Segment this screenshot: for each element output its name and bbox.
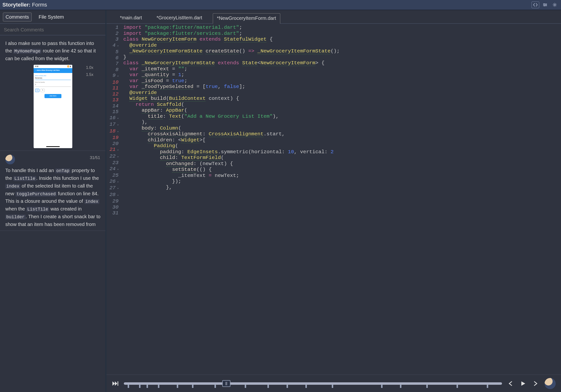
- svg-point-3: [554, 4, 555, 6]
- phone-time: 9:52: [35, 65, 38, 68]
- file-tabs: *main.dart *GroceryListItem.dart *NewGro…: [106, 10, 561, 24]
- svg-rect-4: [118, 381, 118, 386]
- back-icon: ‹: [35, 69, 35, 72]
- file-tab[interactable]: *NewGroceryItemForm.dart: [213, 13, 280, 24]
- inline-code: ListTile: [13, 176, 36, 181]
- comments-scroll[interactable]: I also make sure to pass this function i…: [0, 35, 105, 392]
- inline-code: builder: [5, 215, 26, 219]
- inline-code: ListTile: [26, 207, 49, 212]
- phone-field: 1: [35, 83, 71, 87]
- settings-button[interactable]: [551, 1, 559, 8]
- phone-header: Add a New Grocery List Item: [36, 69, 59, 72]
- app-title: Storyteller: Forms: [2, 2, 47, 8]
- left-tabs: Comments File System: [0, 10, 105, 24]
- phone-mockup: 9:52📶 ▮ ‹Add a New Grocery List Item Ent…: [34, 65, 72, 148]
- playback-bar: [106, 375, 561, 392]
- avatar: [5, 154, 15, 165]
- phone-home-bar: [46, 146, 60, 147]
- controls-button[interactable]: [541, 1, 549, 8]
- play-button[interactable]: [519, 380, 527, 388]
- phone-add-button: Add Item: [44, 94, 61, 98]
- prev-button[interactable]: [506, 380, 515, 388]
- inline-code: index: [84, 199, 99, 204]
- editor[interactable]: 1234 ▾56789 ▾10111213141516 ▾17 ▾18 ▾192…: [106, 24, 561, 375]
- timeline-track[interactable]: [124, 379, 502, 388]
- comment-block: I also make sure to pass this function i…: [0, 36, 105, 151]
- right-panel: *main.dart *GroceryListItem.dart *NewGro…: [106, 10, 561, 392]
- tab-comments[interactable]: Comments: [3, 12, 32, 21]
- zoom-1-5x[interactable]: 1.5x: [86, 72, 93, 78]
- code-view-button[interactable]: [531, 1, 539, 8]
- avatar[interactable]: [544, 378, 556, 390]
- left-panel: Comments File System I also make sure to…: [0, 10, 106, 392]
- app-title-name: Forms: [32, 2, 47, 8]
- inline-code: togglePurchased: [15, 192, 57, 196]
- comment-block: 31/51 To handle this I add an onTap prop…: [0, 151, 105, 231]
- comment-text: when the: [5, 206, 26, 212]
- app-title-prefix: Storyteller:: [2, 2, 31, 8]
- svg-point-1: [546, 4, 547, 5]
- title-bar: Storyteller: Forms: [0, 0, 561, 10]
- phone-toggle: ≡: [35, 89, 39, 92]
- phone-status-icons: 📶 ▮: [67, 65, 71, 68]
- screenshot-wrap: 1.0x 1.5x 9:52📶 ▮ ‹Add a New Grocery Lis…: [5, 65, 101, 148]
- comment-text: . Inside this function I use the: [36, 175, 99, 181]
- line-gutter: 1234 ▾56789 ▾10111213141516 ▾17 ▾18 ▾192…: [106, 24, 121, 375]
- next-button[interactable]: [531, 380, 540, 388]
- svg-point-2: [544, 5, 545, 6]
- zoom-1x[interactable]: 1.0x: [86, 65, 93, 71]
- timeline-ticks: [124, 384, 502, 388]
- inline-code: MyHomePage: [13, 49, 41, 54]
- zoom-controls: 1.0x 1.5x: [86, 65, 93, 78]
- comment-text: To handle this I add an: [5, 168, 55, 173]
- svg-point-0: [544, 3, 545, 4]
- inline-code: onTap: [55, 169, 70, 173]
- code-area[interactable]: import "package:flutter/material.dart";i…: [121, 24, 561, 375]
- file-tab[interactable]: *main.dart: [116, 13, 146, 23]
- file-tab[interactable]: *GroceryListItem.dart: [152, 13, 206, 23]
- search-row: [0, 24, 105, 35]
- comment-counter: 31/51: [90, 155, 100, 161]
- phone-toggle: ✎: [40, 89, 45, 92]
- phone-label: Enter the Quantity: [35, 81, 71, 83]
- comment-text: was created in: [49, 206, 82, 212]
- skip-forward-button[interactable]: [111, 380, 119, 388]
- tab-filesystem[interactable]: File System: [36, 12, 66, 21]
- phone-label: Enter a Grocery Item: [35, 75, 71, 77]
- search-input[interactable]: [3, 26, 102, 34]
- phone-field: Bananas|: [35, 77, 71, 80]
- inline-code: index: [5, 184, 20, 189]
